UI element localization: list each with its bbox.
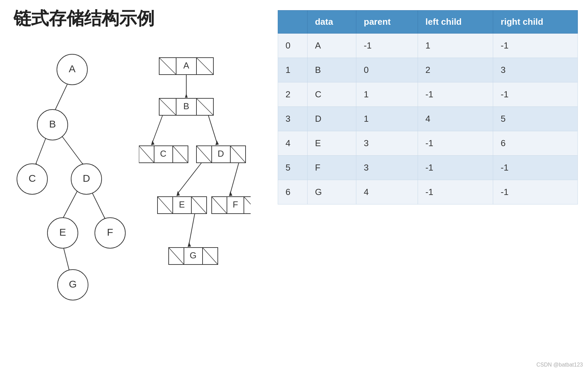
cell-left_child: -1 (418, 82, 493, 107)
svg-text:A: A (69, 63, 76, 74)
data-table: data parent left child right child 0A-11… (278, 10, 578, 204)
svg-text:F: F (233, 199, 238, 210)
right-section: data parent left child right child 0A-11… (268, 7, 578, 319)
page-title: 链式存储结构示例 (14, 7, 268, 31)
svg-rect-70 (244, 197, 251, 214)
watermark: CSDN @batbat123 (537, 362, 583, 368)
svg-text:F: F (107, 227, 113, 238)
svg-text:A: A (183, 60, 189, 71)
cell-parent: -1 (356, 34, 418, 58)
svg-text:E: E (179, 199, 185, 210)
svg-line-40 (152, 115, 163, 142)
svg-line-8 (91, 190, 105, 219)
svg-line-0 (54, 80, 69, 112)
linked-diagram: A B (139, 41, 254, 319)
cell-index: 1 (278, 58, 308, 82)
table-row: 6G4-1-1 (278, 180, 578, 204)
cell-right_child: -1 (493, 180, 578, 204)
cell-parent: 4 (356, 180, 418, 204)
svg-line-72 (189, 214, 195, 244)
table-row: 1B023 (278, 58, 578, 82)
cell-data: A (307, 34, 356, 58)
table-row: 4E3-16 (278, 131, 578, 156)
cell-data: D (307, 107, 356, 131)
cell-left_child: 1 (418, 34, 493, 58)
cell-index: 4 (278, 131, 308, 156)
svg-line-56 (178, 163, 202, 193)
cell-right_child: 3 (493, 58, 578, 82)
svg-marker-43 (215, 140, 219, 145)
cell-index: 0 (278, 34, 308, 58)
svg-text:D: D (218, 149, 224, 159)
cell-left_child: -1 (418, 131, 493, 156)
cell-data: G (307, 180, 356, 204)
cell-data: B (307, 58, 356, 82)
svg-marker-33 (185, 93, 188, 98)
cell-parent: 1 (356, 82, 418, 107)
cell-right_child: 5 (493, 107, 578, 131)
cell-right_child: -1 (493, 156, 578, 180)
cell-right_child: -1 (493, 34, 578, 58)
svg-text:E: E (59, 227, 66, 238)
svg-line-6 (63, 190, 78, 219)
table-row: 5F3-1-1 (278, 156, 578, 180)
table-header-row: data parent left child right child (278, 11, 578, 34)
main-container: 链式存储结构示例 (0, 0, 588, 326)
cell-parent: 1 (356, 107, 418, 131)
header-index (278, 11, 308, 34)
cell-left_child: 2 (418, 58, 493, 82)
table-row: 2C1-1-1 (278, 82, 578, 107)
cell-index: 2 (278, 82, 308, 107)
cell-left_child: -1 (418, 156, 493, 180)
svg-text:G: G (190, 250, 196, 260)
diagram-area: A B C D E F (10, 41, 268, 319)
cell-index: 3 (278, 107, 308, 131)
header-parent: parent (356, 11, 418, 34)
cell-index: 5 (278, 156, 308, 180)
header-right-child: right child (493, 11, 578, 34)
cell-left_child: -1 (418, 180, 493, 204)
cell-parent: 3 (356, 131, 418, 156)
svg-line-58 (230, 163, 239, 193)
cell-data: C (307, 82, 356, 107)
tree-diagram: A B C D E F (10, 41, 135, 319)
tree-svg: A B C D E F (10, 41, 135, 319)
left-section: 链式存储结构示例 (10, 7, 268, 319)
linked-svg: A B (139, 41, 251, 319)
svg-text:D: D (83, 173, 90, 184)
svg-text:C: C (28, 173, 36, 184)
svg-text:B: B (183, 101, 189, 111)
svg-line-42 (208, 115, 217, 142)
cell-left_child: 4 (418, 107, 493, 131)
cell-data: E (307, 131, 356, 156)
header-data: data (307, 11, 356, 34)
cell-index: 6 (278, 180, 308, 204)
cell-right_child: -1 (493, 82, 578, 107)
svg-text:C: C (160, 149, 167, 159)
cell-parent: 3 (356, 156, 418, 180)
svg-text:B: B (49, 118, 56, 130)
cell-data: F (307, 156, 356, 180)
header-left-child: left child (418, 11, 493, 34)
svg-text:G: G (69, 278, 77, 290)
table-row: 3D145 (278, 107, 578, 131)
table-row: 0A-11-1 (278, 34, 578, 58)
svg-line-4 (60, 134, 83, 164)
cell-parent: 0 (356, 58, 418, 82)
cell-right_child: 6 (493, 131, 578, 156)
svg-marker-41 (151, 140, 154, 145)
